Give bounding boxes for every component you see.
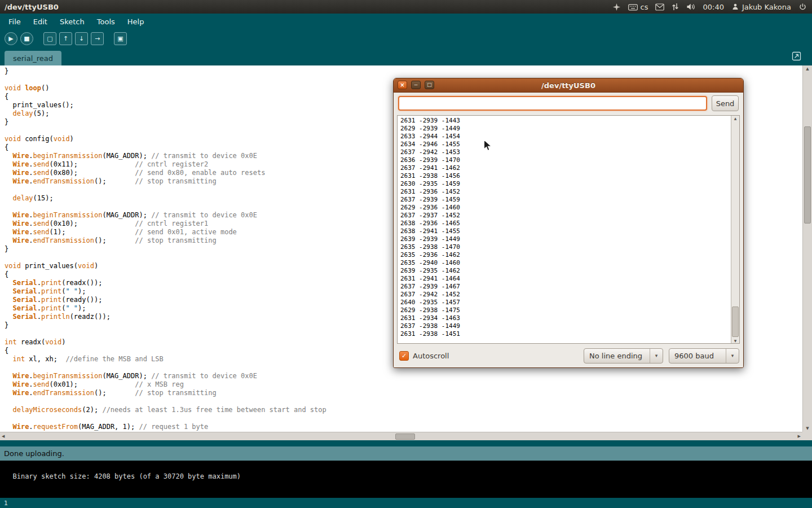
new-sketch-button[interactable]: ▢	[43, 32, 56, 45]
keyboard-layout-label: cs	[641, 3, 648, 11]
menu-item-help[interactable]: Help	[121, 17, 151, 26]
editor-vertical-scrollbar[interactable]: ▲ ▼	[802, 65, 812, 432]
send-button-label: Send	[716, 99, 735, 108]
tabbar: serial_read	[0, 47, 812, 65]
menu-item-edit[interactable]: Edit	[27, 17, 54, 26]
window-controls: × − □	[398, 81, 434, 89]
serial-monitor-controls: ✓ Autoscroll No line ending ▾ 9600 baud …	[399, 348, 739, 364]
serial-output-area: 2631 -2939 -1443 2629 -2939 -1449 2633 -…	[397, 115, 740, 344]
username-label: Jakub Kakona	[742, 3, 791, 11]
user-menu[interactable]: Jakub Kakona	[731, 3, 791, 11]
serial-scroll-down-icon[interactable]: ▼	[731, 339, 739, 343]
serial-scroll-up-icon[interactable]: ▲	[731, 116, 739, 120]
send-button[interactable]: Send	[712, 95, 739, 111]
scroll-up-icon[interactable]: ▲	[803, 67, 812, 71]
baud-rate-value: 9600 baud	[669, 352, 726, 360]
open-sketch-icon: ↑	[63, 36, 68, 42]
maximize-icon: □	[427, 82, 432, 87]
chevron-down-icon: ▾	[726, 349, 739, 363]
status-message: Done uploading.	[4, 449, 64, 458]
new-sketch-icon: ▢	[47, 36, 52, 42]
serial-monitor-icon: ▣	[117, 36, 123, 42]
code-line: }	[5, 67, 802, 76]
serial-input-row: Send	[398, 95, 739, 111]
code-line: Wire.send(0x01); // x MSB reg	[5, 380, 802, 389]
verify-icon: ▶	[8, 36, 13, 42]
serial-output: 2631 -2939 -1443 2629 -2939 -1449 2633 -…	[398, 116, 731, 343]
autoscroll-label: Autoscroll	[413, 352, 449, 360]
scroll-left-icon[interactable]: ◀	[2, 434, 5, 439]
editor-console-divider	[0, 440, 812, 446]
chevron-down-icon: ▾	[650, 349, 663, 363]
keyboard-icon	[628, 3, 638, 11]
new-tab-icon[interactable]	[791, 51, 802, 64]
upload-icon: →	[95, 36, 100, 42]
line-number-strip: 1	[0, 498, 812, 508]
checkmark-icon: ✓	[401, 352, 407, 360]
window-title: /dev/ttyUSB0	[0, 3, 59, 11]
code-line: Wire.endTransmission(); // stop transmit…	[5, 389, 802, 397]
status-bar: Done uploading.	[0, 446, 812, 461]
power-icon[interactable]	[798, 3, 807, 11]
editor-horizontal-scrollbar[interactable]: ◀ ▶	[0, 432, 802, 440]
tab-label: serial_read	[13, 54, 53, 63]
serial-monitor-title: /dev/ttyUSB0	[394, 81, 743, 90]
maximize-button[interactable]: □	[425, 81, 434, 89]
code-line: Wire.beginTransmission(MAG_ADDR); // tra…	[5, 372, 802, 380]
code-line: Wire.requestFrom(MAG_ADDR, 1); // reques…	[5, 423, 802, 431]
minimize-icon: −	[414, 82, 418, 87]
scroll-down-icon[interactable]: ▼	[803, 426, 812, 431]
menu-item-tools[interactable]: Tools	[91, 17, 121, 26]
tab-serial-read[interactable]: serial_read	[5, 51, 61, 65]
mail-icon[interactable]	[655, 3, 664, 11]
baud-rate-dropdown[interactable]: 9600 baud ▾	[669, 348, 739, 364]
mouse-cursor	[483, 139, 493, 155]
volume-icon[interactable]	[686, 3, 695, 11]
serial-monitor-titlebar[interactable]: × − □ /dev/ttyUSB0	[394, 78, 743, 93]
serial-scroll-thumb[interactable]	[732, 306, 739, 337]
serial-input[interactable]	[398, 96, 707, 111]
line-ending-value: No line ending	[584, 352, 650, 360]
editor-vscroll-thumb[interactable]	[804, 126, 811, 224]
indicator-icon[interactable]	[612, 3, 621, 11]
upload-button[interactable]: →	[91, 32, 104, 45]
save-sketch-icon: ↓	[79, 36, 84, 42]
network-transfer-icon[interactable]	[672, 3, 679, 11]
menubar: FileEditSketchToolsHelp	[0, 14, 812, 29]
editor-hscroll-thumb[interactable]	[395, 433, 415, 440]
close-button[interactable]: ×	[398, 81, 407, 89]
system-tray: cs 00:40	[612, 3, 812, 11]
code-line	[5, 397, 802, 406]
menu-item-file[interactable]: File	[2, 17, 27, 26]
console-text: Binary sketch size: 4208 bytes (of a 307…	[12, 472, 241, 480]
keyboard-indicator[interactable]: cs	[628, 3, 648, 11]
toolbar-buttons: ▶■▢↑↓→▣	[0, 29, 812, 47]
line-number: 1	[4, 500, 8, 507]
serial-scrollbar[interactable]: ▲ ▼	[731, 116, 739, 343]
scroll-right-icon[interactable]: ▶	[798, 434, 801, 439]
serial-monitor-button[interactable]: ▣	[114, 32, 127, 45]
code-line: delayMicroseconds(2); //needs at least 1…	[5, 406, 802, 414]
line-ending-dropdown[interactable]: No line ending ▾	[584, 348, 663, 364]
stop-button[interactable]: ■	[20, 32, 33, 45]
serial-monitor-window: × − □ /dev/ttyUSB0 Send 2631 -2939 -1443…	[393, 78, 744, 368]
code-line	[5, 414, 802, 423]
serial-monitor-content: Send 2631 -2939 -1443 2629 -2939 -1449 2…	[394, 93, 743, 367]
user-icon	[731, 3, 739, 11]
autoscroll-checkbox[interactable]: ✓	[399, 351, 409, 361]
menu-item-sketch[interactable]: Sketch	[54, 17, 91, 26]
build-console: Binary sketch size: 4208 bytes (of a 307…	[0, 461, 812, 498]
stop-icon: ■	[24, 36, 29, 42]
open-sketch-button[interactable]: ↑	[59, 32, 72, 45]
scrollbar-corner	[802, 432, 812, 440]
close-icon: ×	[400, 82, 404, 88]
minimize-button[interactable]: −	[411, 81, 421, 89]
verify-button[interactable]: ▶	[5, 32, 17, 45]
top-panel: /dev/ttyUSB0 cs	[0, 0, 812, 14]
save-sketch-button[interactable]: ↓	[75, 32, 88, 45]
clock[interactable]: 00:40	[703, 3, 723, 11]
